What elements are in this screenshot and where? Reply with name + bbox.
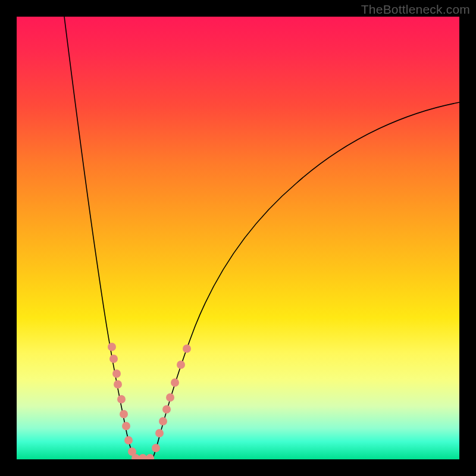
curves-svg xyxy=(17,17,459,459)
data-dot xyxy=(177,361,185,369)
data-dot xyxy=(146,454,154,459)
data-dot xyxy=(114,380,122,389)
plot-area xyxy=(17,17,459,459)
chart-frame: TheBottleneck.com xyxy=(0,0,476,476)
watermark-text: TheBottleneck.com xyxy=(361,2,470,17)
data-dot xyxy=(171,378,179,387)
data-dot xyxy=(120,410,128,418)
data-dot xyxy=(155,429,164,437)
data-dot xyxy=(109,355,118,363)
data-dot xyxy=(112,369,121,378)
data-dot xyxy=(139,454,147,459)
data-dot xyxy=(108,343,116,351)
data-dot xyxy=(152,444,160,452)
data-dot xyxy=(183,345,191,353)
left-curve xyxy=(64,17,136,459)
data-dot xyxy=(162,405,171,414)
data-dot xyxy=(166,393,174,402)
dots-group xyxy=(108,343,191,459)
data-dot xyxy=(159,417,167,425)
data-dot xyxy=(124,436,133,444)
data-dot xyxy=(117,395,126,403)
right-curve xyxy=(152,102,459,459)
data-dot xyxy=(122,422,130,430)
